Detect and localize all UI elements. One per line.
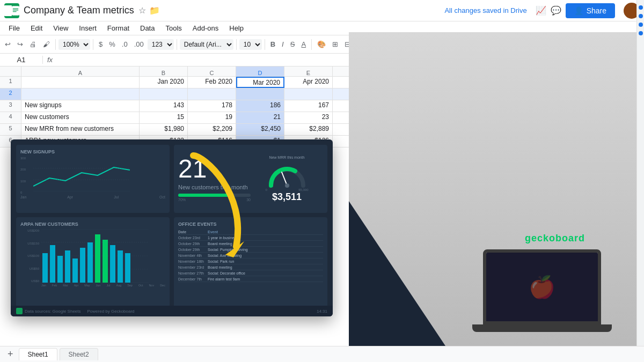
sheet-tab-2[interactable]: Sheet2 — [60, 348, 98, 360]
arpa-bar-chart-svg — [41, 229, 149, 283]
row-num-corner — [0, 67, 21, 76]
menu-edit[interactable]: Edit — [26, 23, 47, 33]
sheet-tab-bar: + Sheet1 Sheet2 — [0, 346, 644, 362]
cell-e1[interactable]: Apr 2020 — [284, 77, 333, 88]
cell-c3[interactable]: 178 — [188, 100, 236, 112]
strikethrough-button[interactable]: S — [288, 39, 298, 50]
cell-b2[interactable] — [140, 88, 188, 100]
cell-e5[interactable]: $2,889 — [284, 124, 333, 135]
cell-b5[interactable]: $1,980 — [140, 124, 188, 135]
event-row-1: October 29th Board meeting — [178, 241, 323, 247]
svg-rect-0 — [12, 6, 19, 16]
number-format-select[interactable]: 123 — [148, 39, 174, 50]
toolbar-divider-6 — [311, 39, 312, 50]
row-num-4: 4 — [0, 112, 21, 123]
event-row-2: October 29th Social: Pumpkin carving — [178, 247, 323, 253]
underline-button[interactable]: A — [298, 39, 309, 50]
new-signups-title: New signups — [20, 149, 165, 154]
paint-format-button[interactable]: 🖌 — [40, 39, 53, 50]
event-row-4: November 18th Social: Park run — [178, 258, 323, 264]
cell-reference[interactable]: A1 — [0, 56, 43, 64]
folder-icon[interactable]: 📁 — [149, 5, 160, 16]
new-customers-panel: 21 New customers this month 70% 30 — [174, 145, 327, 213]
cell-d3[interactable]: 186 — [236, 100, 284, 112]
menu-insert[interactable]: Insert — [75, 23, 101, 33]
menu-view[interactable]: View — [49, 23, 72, 33]
print-button[interactable]: 🖨 — [27, 39, 39, 50]
menu-addons[interactable]: Add-ons — [188, 23, 223, 33]
comma-button[interactable]: .0 — [119, 39, 130, 50]
sheet-tab-1[interactable]: Sheet1 — [19, 348, 57, 360]
bold-button[interactable]: B — [268, 39, 278, 50]
geckoboard-logo: geckoboard — [525, 233, 585, 244]
cell-d5[interactable]: $2,450 — [236, 124, 284, 135]
google-sheets-icon — [4, 3, 19, 18]
cell-a2[interactable] — [21, 88, 140, 100]
cell-b1[interactable]: Jan 2020 — [140, 77, 188, 88]
star-icon[interactable]: ☆ — [138, 5, 146, 16]
cell-a1[interactable] — [21, 77, 140, 88]
gauge-svg — [266, 161, 309, 188]
percent-button[interactable]: % — [106, 39, 118, 50]
sheets-small-icon — [16, 308, 23, 314]
cell-c5[interactable]: $2,209 — [188, 124, 236, 135]
cell-d1[interactable]: Mar 2020 — [236, 77, 284, 88]
menu-data[interactable]: Data — [136, 23, 159, 33]
fill-color-button[interactable]: 🎨 — [314, 39, 328, 50]
col-header-a[interactable]: A — [21, 67, 140, 76]
chat-icon: 💬 — [551, 5, 561, 16]
cell-a5[interactable]: New MRR from new customers — [21, 124, 140, 135]
toolbar-divider-4 — [236, 39, 237, 50]
cell-c1[interactable]: Feb 2020 — [188, 77, 236, 88]
cell-b3[interactable]: 143 — [140, 100, 188, 112]
cell-d2[interactable] — [236, 88, 284, 100]
cell-a4[interactable]: New customers — [21, 112, 140, 123]
progress-fill — [178, 194, 229, 197]
cell-e2[interactable] — [284, 88, 333, 100]
new-customers-number: 21 — [178, 156, 251, 182]
sidebar-dot-3 — [639, 23, 643, 27]
cell-c4[interactable]: 19 — [188, 112, 236, 123]
cell-e3[interactable]: 167 — [284, 100, 333, 112]
events-panel: Office events Date Event October 23rd 1 … — [174, 217, 327, 311]
mrr-value: $3,511 — [272, 191, 302, 203]
menu-file[interactable]: File — [4, 23, 24, 33]
undo-button[interactable]: ↩ — [2, 39, 13, 50]
menu-help[interactable]: Help — [225, 23, 248, 33]
events-table: Date Event October 23rd 1 year in busine… — [178, 229, 323, 282]
borders-button[interactable]: ⊞ — [330, 39, 341, 50]
currency-button[interactable]: $ — [96, 39, 105, 50]
decimal-button[interactable]: .00 — [131, 39, 147, 50]
menu-format[interactable]: Format — [103, 23, 134, 33]
sidebar-dot-1 — [639, 5, 643, 10]
font-size-select[interactable]: 10 — [239, 39, 262, 50]
doc-title: Company & Team metrics — [24, 5, 134, 16]
col-header-e[interactable]: E — [284, 67, 333, 76]
share-button[interactable]: 👤 Share — [566, 3, 615, 18]
col-header-d[interactable]: D — [236, 67, 284, 76]
zoom-select[interactable]: 100% — [58, 39, 90, 50]
col-header-b[interactable]: B — [140, 67, 188, 76]
col-header-c[interactable]: C — [188, 67, 236, 76]
menu-tools[interactable]: Tools — [161, 23, 186, 33]
italic-button[interactable]: I — [279, 39, 287, 50]
row-num-5: 5 — [0, 124, 21, 135]
svg-rect-22 — [103, 240, 108, 283]
laptop-screen: 🍎 — [483, 249, 601, 324]
cell-d4[interactable]: 21 — [236, 112, 284, 123]
event-row-0: October 23rd 1 year in business! — [178, 235, 323, 241]
sidebar-dot-2 — [639, 14, 643, 18]
arpa-title: ARPA new customers — [20, 221, 165, 227]
right-sidebar — [636, 0, 644, 362]
progress-track — [178, 194, 251, 197]
font-select[interactable]: Default (Ari... — [180, 39, 233, 50]
cell-a3[interactable]: New signups — [21, 100, 140, 112]
cell-c2[interactable] — [188, 88, 236, 100]
redo-button[interactable]: ↪ — [14, 39, 26, 50]
svg-rect-20 — [87, 242, 93, 283]
cell-e4[interactable]: 23 — [284, 112, 333, 123]
cell-b4[interactable]: 15 — [140, 112, 188, 123]
arpa-y-labels: US$200 US$150 US$100 US$50 US$0 — [20, 229, 39, 283]
add-sheet-button[interactable]: + — [4, 349, 17, 360]
y-axis-labels: 300 200 100 0 — [20, 157, 31, 194]
